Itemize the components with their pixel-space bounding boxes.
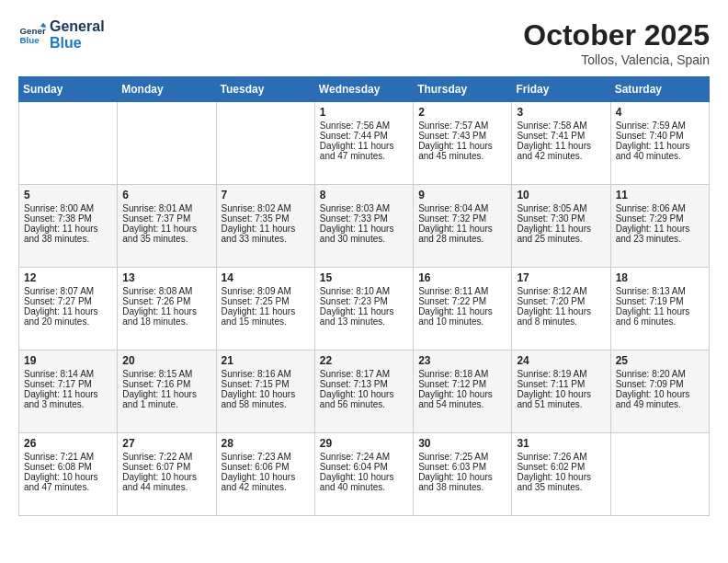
sunset-text: Sunset: 7:11 PM	[517, 379, 605, 389]
logo-blue: Blue	[50, 35, 105, 52]
col-header-saturday: Saturday	[610, 77, 709, 102]
calendar-cell	[118, 102, 216, 185]
calendar-table: SundayMondayTuesdayWednesdayThursdayFrid…	[18, 76, 710, 516]
calendar-cell: 22Sunrise: 8:17 AMSunset: 7:13 PMDayligh…	[314, 350, 413, 433]
sunset-text: Sunset: 6:04 PM	[320, 462, 408, 472]
sunrise-text: Sunrise: 8:12 AM	[517, 286, 605, 296]
calendar-cell: 15Sunrise: 8:10 AMSunset: 7:23 PMDayligh…	[314, 268, 413, 350]
svg-text:Blue: Blue	[20, 35, 40, 45]
location-title: Tollos, Valencia, Spain	[523, 52, 710, 67]
sunrise-text: Sunrise: 7:58 AM	[517, 121, 605, 131]
sunrise-text: Sunrise: 8:01 AM	[122, 203, 210, 213]
day-number: 9	[418, 189, 506, 201]
sunset-text: Sunset: 7:27 PM	[24, 296, 112, 306]
calendar-cell: 3Sunrise: 7:58 AMSunset: 7:41 PMDaylight…	[512, 102, 610, 185]
sunrise-text: Sunrise: 7:22 AM	[122, 452, 210, 462]
sunrise-text: Sunrise: 8:18 AM	[418, 369, 506, 379]
day-number: 2	[418, 106, 506, 119]
calendar-cell: 23Sunrise: 8:18 AMSunset: 7:12 PMDayligh…	[414, 350, 512, 433]
day-number: 10	[517, 189, 605, 201]
sunrise-text: Sunrise: 8:17 AM	[320, 369, 408, 379]
daylight-text: Daylight: 11 hours and 28 minutes.	[418, 224, 506, 244]
day-number: 7	[222, 189, 310, 201]
col-header-wednesday: Wednesday	[314, 77, 413, 102]
sunset-text: Sunset: 7:23 PM	[320, 296, 408, 306]
sunrise-text: Sunrise: 7:24 AM	[320, 452, 408, 462]
day-number: 14	[222, 271, 310, 284]
sunrise-text: Sunrise: 7:23 AM	[222, 452, 310, 462]
calendar-cell: 17Sunrise: 8:12 AMSunset: 7:20 PMDayligh…	[512, 268, 610, 350]
daylight-text: Daylight: 11 hours and 40 minutes.	[616, 141, 704, 161]
title-block: October 2025 Tollos, Valencia, Spain	[523, 18, 710, 67]
daylight-text: Daylight: 10 hours and 56 minutes.	[320, 389, 408, 409]
logo: General Blue General Blue	[18, 18, 105, 51]
calendar-header-row: SundayMondayTuesdayWednesdayThursdayFrid…	[19, 77, 710, 102]
sunrise-text: Sunrise: 8:10 AM	[320, 286, 408, 296]
calendar-cell: 25Sunrise: 8:20 AMSunset: 7:09 PMDayligh…	[610, 350, 709, 433]
daylight-text: Daylight: 11 hours and 13 minutes.	[320, 306, 408, 327]
sunset-text: Sunset: 7:09 PM	[616, 379, 704, 389]
sunset-text: Sunset: 7:22 PM	[418, 296, 506, 306]
daylight-text: Daylight: 11 hours and 15 minutes.	[222, 306, 310, 327]
sunrise-text: Sunrise: 8:06 AM	[616, 203, 704, 213]
sunset-text: Sunset: 6:08 PM	[24, 462, 112, 472]
sunset-text: Sunset: 7:40 PM	[616, 131, 704, 141]
calendar-week-1: 1Sunrise: 7:56 AMSunset: 7:44 PMDaylight…	[19, 102, 710, 185]
daylight-text: Daylight: 11 hours and 18 minutes.	[122, 306, 210, 327]
day-number: 17	[517, 271, 605, 284]
sunset-text: Sunset: 7:26 PM	[122, 296, 210, 306]
daylight-text: Daylight: 10 hours and 35 minutes.	[517, 472, 605, 492]
daylight-text: Daylight: 10 hours and 38 minutes.	[418, 472, 506, 492]
sunrise-text: Sunrise: 8:16 AM	[222, 369, 310, 379]
calendar-cell: 9Sunrise: 8:04 AMSunset: 7:32 PMDaylight…	[414, 185, 512, 268]
sunset-text: Sunset: 7:33 PM	[320, 213, 408, 224]
sunset-text: Sunset: 6:06 PM	[222, 462, 310, 472]
daylight-text: Daylight: 11 hours and 30 minutes.	[320, 224, 408, 244]
calendar-week-3: 12Sunrise: 8:07 AMSunset: 7:27 PMDayligh…	[19, 268, 710, 350]
day-number: 4	[616, 106, 704, 119]
calendar-cell: 13Sunrise: 8:08 AMSunset: 7:26 PMDayligh…	[118, 268, 216, 350]
logo-icon: General Blue	[18, 21, 46, 49]
daylight-text: Daylight: 10 hours and 51 minutes.	[517, 389, 605, 409]
calendar-cell: 14Sunrise: 8:09 AMSunset: 7:25 PMDayligh…	[216, 268, 314, 350]
calendar-cell: 24Sunrise: 8:19 AMSunset: 7:11 PMDayligh…	[512, 350, 610, 433]
day-number: 27	[122, 437, 210, 450]
sunset-text: Sunset: 7:12 PM	[418, 379, 506, 389]
daylight-text: Daylight: 11 hours and 3 minutes.	[24, 389, 112, 409]
day-number: 22	[320, 354, 408, 367]
logo-general: General	[50, 18, 105, 35]
calendar-cell: 6Sunrise: 8:01 AMSunset: 7:37 PMDaylight…	[118, 185, 216, 268]
day-number: 29	[320, 437, 408, 450]
calendar-cell: 21Sunrise: 8:16 AMSunset: 7:15 PMDayligh…	[216, 350, 314, 433]
calendar-cell: 20Sunrise: 8:15 AMSunset: 7:16 PMDayligh…	[118, 350, 216, 433]
day-number: 16	[418, 271, 506, 284]
sunset-text: Sunset: 7:17 PM	[24, 379, 112, 389]
sunset-text: Sunset: 7:38 PM	[24, 213, 112, 224]
sunrise-text: Sunrise: 7:56 AM	[320, 121, 408, 131]
day-number: 30	[418, 437, 506, 450]
calendar-cell: 30Sunrise: 7:25 AMSunset: 6:03 PMDayligh…	[414, 433, 512, 516]
calendar-cell: 29Sunrise: 7:24 AMSunset: 6:04 PMDayligh…	[314, 433, 413, 516]
calendar-cell: 19Sunrise: 8:14 AMSunset: 7:17 PMDayligh…	[19, 350, 118, 433]
calendar-cell: 18Sunrise: 8:13 AMSunset: 7:19 PMDayligh…	[610, 268, 709, 350]
calendar-cell: 31Sunrise: 7:26 AMSunset: 6:02 PMDayligh…	[512, 433, 610, 516]
sunset-text: Sunset: 6:03 PM	[418, 462, 506, 472]
day-number: 5	[24, 189, 112, 201]
sunrise-text: Sunrise: 8:03 AM	[320, 203, 408, 213]
sunset-text: Sunset: 6:07 PM	[122, 462, 210, 472]
calendar-cell: 11Sunrise: 8:06 AMSunset: 7:29 PMDayligh…	[610, 185, 709, 268]
day-number: 11	[616, 189, 704, 201]
daylight-text: Daylight: 11 hours and 33 minutes.	[222, 224, 310, 244]
daylight-text: Daylight: 11 hours and 23 minutes.	[616, 224, 704, 244]
sunrise-text: Sunrise: 8:15 AM	[122, 369, 210, 379]
sunrise-text: Sunrise: 8:04 AM	[418, 203, 506, 213]
calendar-cell	[216, 102, 314, 185]
sunrise-text: Sunrise: 8:05 AM	[517, 203, 605, 213]
calendar-cell	[19, 102, 118, 185]
day-number: 19	[24, 354, 112, 367]
sunset-text: Sunset: 7:25 PM	[222, 296, 310, 306]
day-number: 21	[222, 354, 310, 367]
sunrise-text: Sunrise: 8:02 AM	[222, 203, 310, 213]
daylight-text: Daylight: 10 hours and 49 minutes.	[616, 389, 704, 409]
svg-text:General: General	[20, 25, 47, 35]
